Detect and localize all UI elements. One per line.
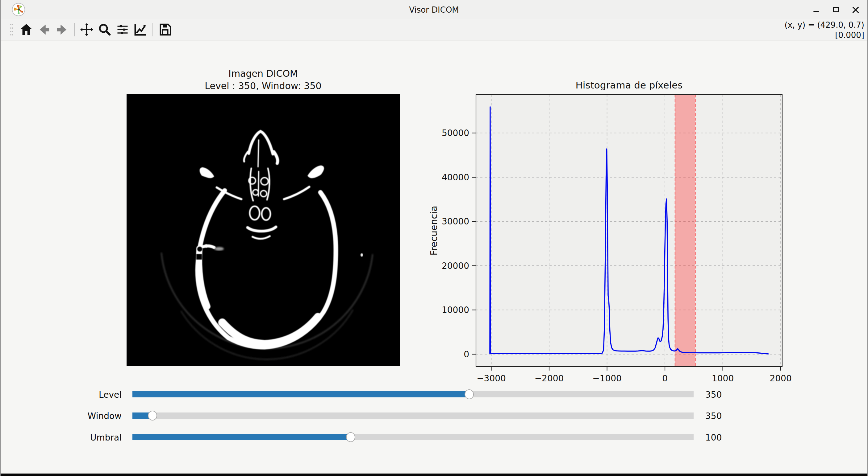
minimize-button[interactable]	[810, 4, 822, 16]
y-tick-label: 0	[464, 349, 469, 360]
umbral-slider-label: Umbral	[41, 433, 122, 443]
back-arrow-icon	[37, 23, 51, 37]
forward-arrow-icon	[55, 23, 69, 37]
axes-edit-chart-icon	[133, 22, 148, 37]
window-slider-track[interactable]	[132, 412, 693, 419]
toolbar-separator	[153, 23, 153, 36]
close-button[interactable]	[849, 4, 862, 16]
axes-background	[476, 95, 782, 367]
window-controls	[810, 0, 862, 20]
cursor-readout: (x, y) = (429.0, 0.7) [0.000]	[784, 20, 864, 40]
level-slider-label: Level	[41, 390, 122, 400]
save-button[interactable]	[156, 21, 174, 38]
y-tick-label: 30000	[442, 216, 469, 227]
cursor-value: [0.000]	[784, 30, 864, 40]
maximize-button[interactable]	[830, 4, 842, 16]
image-title-line2: Level : 350, Window: 350	[127, 80, 400, 92]
calcification-speck	[361, 253, 363, 257]
subplots-sliders-icon	[116, 23, 129, 36]
titlebar[interactable]: Visor DICOM	[1, 0, 867, 20]
figure-canvas[interactable]: Imagen DICOM Level : 350, Window: 350	[1, 41, 867, 474]
umbral-slider-handle[interactable]	[346, 432, 355, 442]
back-button[interactable]	[35, 21, 53, 38]
x-tick-label: −2000	[535, 373, 564, 383]
matplotlib-toolbar: (x, y) = (429.0, 0.7) [0.000]	[1, 20, 867, 40]
dicom-image[interactable]	[127, 94, 400, 366]
maximize-icon	[832, 6, 840, 14]
toolbar-separator	[74, 23, 75, 36]
home-icon	[19, 23, 33, 37]
home-button[interactable]	[17, 21, 35, 38]
histogram-plot[interactable]: −3000−2000−10000100020000100002000030000…	[427, 71, 794, 389]
pan-icon	[79, 22, 94, 37]
window-slider-handle[interactable]	[148, 411, 157, 420]
umbral-slider[interactable]: Umbral 100	[132, 434, 693, 440]
y-tick-label: 20000	[442, 261, 469, 271]
save-floppy-icon	[158, 23, 172, 37]
window-bottom-edge	[1, 474, 867, 476]
image-title: Imagen DICOM Level : 350, Window: 350	[127, 68, 400, 92]
app-window: Visor DICOM	[0, 0, 868, 476]
x-tick-label: −1000	[592, 373, 622, 383]
x-tick-label: 2000	[770, 373, 792, 383]
subplots-button[interactable]	[114, 21, 131, 38]
y-tick-label: 10000	[442, 305, 469, 315]
y-axis-label: Frecuencia	[429, 206, 439, 255]
customize-axes-button[interactable]	[131, 21, 149, 38]
histogram-title: Histograma de píxeles	[576, 79, 683, 91]
level-slider[interactable]: Level 350	[132, 391, 693, 397]
pan-button[interactable]	[78, 21, 96, 38]
toolbar-drag-handle[interactable]	[9, 22, 14, 37]
window-slider-label: Window	[41, 411, 122, 421]
window-range-band	[675, 95, 695, 367]
y-tick-label: 50000	[442, 128, 469, 138]
cursor-xy: (x, y) = (429.0, 0.7)	[784, 20, 864, 30]
level-slider-handle[interactable]	[465, 389, 474, 399]
x-tick-label: −3000	[476, 373, 506, 383]
window-slider-value: 350	[705, 411, 748, 421]
x-tick-label: 0	[662, 373, 668, 383]
y-tick-label: 40000	[442, 172, 469, 182]
zoom-icon	[97, 23, 112, 37]
window-title: Visor DICOM	[1, 0, 867, 20]
level-slider-fill	[132, 391, 469, 397]
umbral-slider-value: 100	[705, 433, 748, 443]
zoom-button[interactable]	[96, 21, 114, 38]
close-icon	[851, 5, 860, 14]
level-slider-value: 350	[705, 390, 748, 400]
bone-smudge	[215, 247, 224, 251]
umbral-slider-fill	[132, 434, 351, 440]
minimize-icon	[812, 6, 820, 14]
x-tick-label: 1000	[712, 373, 734, 383]
image-title-line1: Imagen DICOM	[127, 68, 400, 80]
forward-button[interactable]	[53, 21, 71, 38]
window-slider[interactable]: Window 350	[132, 412, 693, 419]
